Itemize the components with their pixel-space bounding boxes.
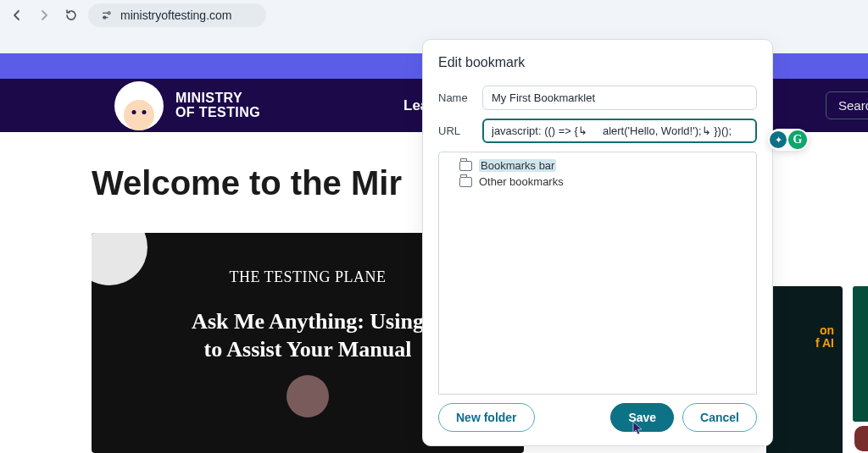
secondary-card[interactable]: on f AI: [766, 286, 843, 453]
grammarly-widget[interactable]: ✦ G: [768, 129, 809, 151]
name-label: Name: [438, 91, 472, 104]
url-label: URL: [438, 124, 472, 137]
forward-button[interactable]: [34, 5, 54, 25]
cancel-button[interactable]: Cancel: [682, 403, 757, 432]
bookmark-name-input[interactable]: [482, 86, 757, 110]
address-bar[interactable]: ministryoftesting.com: [88, 3, 266, 27]
browser-toolbar: ministryoftesting.com: [0, 0, 868, 30]
url-text: ministryoftesting.com: [120, 8, 231, 22]
brand-text: MINISTRY OF TESTING: [175, 91, 260, 120]
new-folder-button[interactable]: New folder: [438, 403, 535, 432]
grammarly-icon: G: [788, 130, 807, 149]
folder-icon: [459, 161, 472, 171]
edit-bookmark-dialog: Edit bookmark Name URL Bookmarks bar Oth…: [422, 39, 773, 446]
folder-label: Bookmarks bar: [479, 159, 556, 172]
site-logo[interactable]: MINISTRY OF TESTING: [114, 79, 260, 132]
secondary-card-text: on f AI: [815, 324, 834, 351]
brand-line-2: OF TESTING: [175, 106, 260, 120]
svg-point-0: [108, 11, 110, 14]
folder-bookmarks-bar[interactable]: Bookmarks bar: [439, 157, 756, 174]
third-card-sliver: [853, 286, 868, 422]
folder-tree[interactable]: Bookmarks bar Other bookmarks: [438, 152, 757, 395]
dialog-title: Edit bookmark: [438, 55, 757, 70]
reload-button[interactable]: [61, 5, 81, 25]
site-search-input[interactable]: Search...: [826, 91, 868, 119]
brand-line-1: MINISTRY: [175, 91, 260, 106]
back-button[interactable]: [7, 5, 27, 25]
lightbulb-icon: ✦: [770, 131, 787, 148]
site-settings-icon[interactable]: [100, 8, 114, 22]
speaker-avatar: [287, 375, 329, 417]
avatar-sliver: [854, 426, 868, 451]
logo-face-icon: [114, 81, 164, 130]
bookmark-url-input[interactable]: [482, 119, 757, 143]
folder-icon: [459, 177, 472, 187]
folder-label: Other bookmarks: [479, 175, 564, 188]
cursor-icon: [632, 421, 644, 436]
folder-other-bookmarks[interactable]: Other bookmarks: [439, 174, 756, 190]
